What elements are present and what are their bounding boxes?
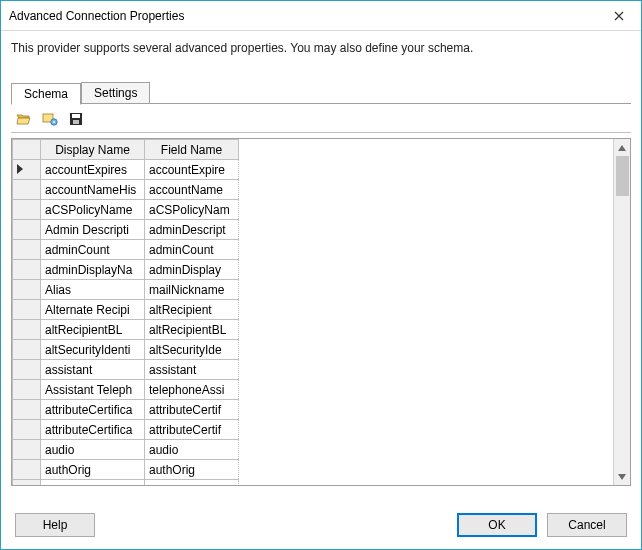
cell-display-name[interactable]: aCSPolicyName [41, 200, 145, 220]
table-row[interactable]: altRecipientBLaltRecipientBL [13, 320, 239, 340]
table-row[interactable]: accountNameHisaccountName [13, 180, 239, 200]
cell-field-name[interactable]: altSecurityIde [145, 340, 239, 360]
ok-button[interactable]: OK [457, 513, 537, 537]
folder-open-icon [16, 111, 32, 127]
table-row[interactable]: authOrigauthOrig [13, 460, 239, 480]
cell-display-name[interactable]: Alias [41, 280, 145, 300]
save-button[interactable] [67, 110, 85, 128]
cell-field-name[interactable]: aCSPolicyNam [145, 200, 239, 220]
cell-field-name[interactable]: authOrigBL [145, 480, 239, 486]
table-row[interactable]: altSecurityIdentialtSecurityIde [13, 340, 239, 360]
row-header[interactable] [13, 300, 41, 320]
cell-display-name[interactable]: attributeCertifica [41, 420, 145, 440]
table-row[interactable]: authOrigBLauthOrigBL [13, 480, 239, 486]
cell-display-name[interactable]: Assistant Teleph [41, 380, 145, 400]
cell-display-name[interactable]: authOrig [41, 460, 145, 480]
scroll-up-button[interactable] [614, 139, 631, 156]
row-header[interactable] [13, 340, 41, 360]
toolbar-separator [11, 132, 631, 134]
svg-point-2 [53, 121, 55, 123]
cell-display-name[interactable]: altSecurityIdenti [41, 340, 145, 360]
tab-settings[interactable]: Settings [81, 82, 150, 104]
row-header[interactable] [13, 460, 41, 480]
row-header[interactable] [13, 400, 41, 420]
table-row[interactable]: Admin DescriptiadminDescript [13, 220, 239, 240]
table-row[interactable]: aCSPolicyNameaCSPolicyNam [13, 200, 239, 220]
table-row[interactable]: Alternate RecipialtRecipient [13, 300, 239, 320]
cell-field-name[interactable]: accountExpire [145, 160, 239, 180]
cell-field-name[interactable]: altRecipient [145, 300, 239, 320]
cell-display-name[interactable]: authOrigBL [41, 480, 145, 486]
cell-field-name[interactable]: adminCount [145, 240, 239, 260]
table-row[interactable]: AliasmailNickname [13, 280, 239, 300]
table-row[interactable]: adminDisplayNaadminDisplay [13, 260, 239, 280]
grid-table: Display Name Field Name accountExpiresac… [12, 139, 239, 485]
chevron-down-icon [618, 474, 626, 480]
title-bar: Advanced Connection Properties [1, 1, 641, 31]
close-icon [614, 11, 624, 21]
close-button[interactable] [596, 1, 641, 31]
row-header[interactable] [13, 180, 41, 200]
cell-field-name[interactable]: adminDescript [145, 220, 239, 240]
table-row[interactable]: assistantassistant [13, 360, 239, 380]
cell-field-name[interactable]: accountName [145, 180, 239, 200]
scrollbar-thumb[interactable] [616, 156, 629, 196]
column-header-display-name[interactable]: Display Name [41, 140, 145, 160]
cell-display-name[interactable]: Alternate Recipi [41, 300, 145, 320]
tabstrip-line [150, 81, 631, 104]
open-button[interactable] [15, 110, 33, 128]
row-header[interactable] [13, 240, 41, 260]
cell-field-name[interactable]: adminDisplay [145, 260, 239, 280]
row-header[interactable] [13, 360, 41, 380]
cell-display-name[interactable]: attributeCertifica [41, 400, 145, 420]
cell-field-name[interactable]: mailNickname [145, 280, 239, 300]
cell-display-name[interactable]: adminCount [41, 240, 145, 260]
cell-field-name[interactable]: authOrig [145, 460, 239, 480]
cell-display-name[interactable]: accountExpires [41, 160, 145, 180]
cell-field-name[interactable]: attributeCertif [145, 420, 239, 440]
cell-display-name[interactable]: assistant [41, 360, 145, 380]
vertical-scrollbar[interactable] [613, 139, 630, 485]
cell-field-name[interactable]: assistant [145, 360, 239, 380]
run-button[interactable] [41, 110, 59, 128]
row-header[interactable] [13, 200, 41, 220]
help-button[interactable]: Help [15, 513, 95, 537]
scrollbar-track[interactable] [614, 156, 630, 468]
row-header[interactable] [13, 280, 41, 300]
row-header[interactable] [13, 420, 41, 440]
column-header-field-name[interactable]: Field Name [145, 140, 239, 160]
row-header[interactable] [13, 320, 41, 340]
toolbar [15, 108, 631, 130]
save-icon [68, 111, 84, 127]
cell-field-name[interactable]: altRecipientBL [145, 320, 239, 340]
row-header-corner[interactable] [13, 140, 41, 160]
tab-strip: Schema Settings [11, 81, 631, 104]
row-header[interactable] [13, 160, 41, 180]
row-header[interactable] [13, 220, 41, 240]
cell-field-name[interactable]: audio [145, 440, 239, 460]
grid-viewport: Display Name Field Name accountExpiresac… [12, 139, 613, 485]
chevron-up-icon [618, 145, 626, 151]
tab-settings-label: Settings [94, 86, 137, 100]
cell-field-name[interactable]: attributeCertif [145, 400, 239, 420]
row-header[interactable] [13, 380, 41, 400]
cell-display-name[interactable]: accountNameHis [41, 180, 145, 200]
row-header[interactable] [13, 260, 41, 280]
table-row[interactable]: Assistant TelephtelephoneAssi [13, 380, 239, 400]
row-header[interactable] [13, 480, 41, 486]
table-row[interactable]: audioaudio [13, 440, 239, 460]
table-row[interactable]: accountExpiresaccountExpire [13, 160, 239, 180]
row-header[interactable] [13, 440, 41, 460]
scroll-down-button[interactable] [614, 468, 631, 485]
table-row[interactable]: attributeCertificaattributeCertif [13, 420, 239, 440]
cancel-button[interactable]: Cancel [547, 513, 627, 537]
cell-field-name[interactable]: telephoneAssi [145, 380, 239, 400]
tab-schema[interactable]: Schema [11, 83, 81, 105]
table-row[interactable]: attributeCertificaattributeCertif [13, 400, 239, 420]
cell-display-name[interactable]: Admin Descripti [41, 220, 145, 240]
cell-display-name[interactable]: audio [41, 440, 145, 460]
table-row[interactable]: adminCountadminCount [13, 240, 239, 260]
cell-display-name[interactable]: altRecipientBL [41, 320, 145, 340]
cell-display-name[interactable]: adminDisplayNa [41, 260, 145, 280]
row-selector-caret-icon [17, 164, 23, 174]
